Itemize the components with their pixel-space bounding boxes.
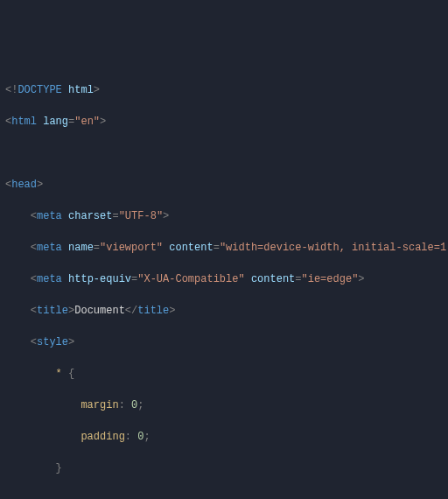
code-line: <meta name="viewport" content="width=dev… xyxy=(5,240,443,256)
code-line: <style> xyxy=(5,334,443,350)
code-line: } xyxy=(5,460,443,476)
code-line: * { xyxy=(5,366,443,382)
code-line: <head> xyxy=(5,177,443,193)
code-line: margin: 0; xyxy=(5,397,443,413)
code-line: padding: 0; xyxy=(5,429,443,445)
code-line: <meta http-equiv="X-UA-Compatible" conte… xyxy=(5,271,443,287)
code-line: <!DOCTYPE html> xyxy=(5,82,443,98)
code-line xyxy=(5,145,443,161)
code-line: <html lang="en"> xyxy=(5,114,443,130)
code-line: <title>Document</title> xyxy=(5,303,443,319)
code-line: <meta charset="UTF-8"> xyxy=(5,208,443,224)
code-editor[interactable]: <!DOCTYPE html> <html lang="en"> <head> … xyxy=(5,67,443,499)
code-line xyxy=(5,492,443,499)
